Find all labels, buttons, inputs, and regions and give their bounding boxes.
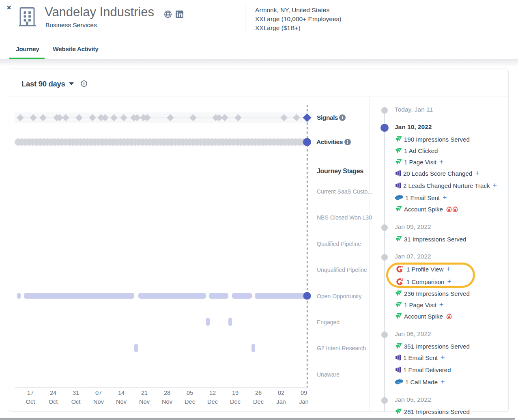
svg-text:Nov: Nov bbox=[116, 398, 127, 405]
svg-text:Dec: Dec bbox=[207, 398, 218, 405]
svg-text:Oct: Oct bbox=[71, 398, 81, 405]
svg-text:12: 12 bbox=[209, 390, 216, 396]
svg-text:Jan: Jan bbox=[299, 398, 308, 405]
svg-text:2: 2 bbox=[401, 278, 403, 282]
svg-text:Dec: Dec bbox=[185, 398, 195, 405]
svg-text:07: 07 bbox=[95, 390, 102, 396]
svg-text:2: 2 bbox=[401, 266, 403, 269]
svg-text:Jan: Jan bbox=[276, 398, 286, 405]
svg-text:21: 21 bbox=[141, 390, 148, 396]
svg-text:Dec: Dec bbox=[230, 398, 241, 405]
svg-text:17: 17 bbox=[27, 390, 34, 396]
svg-text:09: 09 bbox=[301, 390, 307, 396]
svg-text:19: 19 bbox=[232, 390, 239, 396]
svg-text:Nov: Nov bbox=[93, 398, 104, 405]
svg-text:Dec: Dec bbox=[253, 398, 264, 405]
svg-text:Nov: Nov bbox=[162, 398, 173, 405]
svg-text:31: 31 bbox=[73, 390, 79, 396]
svg-text:24: 24 bbox=[50, 390, 56, 396]
svg-text:28: 28 bbox=[164, 390, 170, 396]
svg-text:02: 02 bbox=[278, 390, 284, 396]
svg-text:Oct: Oct bbox=[26, 398, 35, 405]
svg-text:Oct: Oct bbox=[49, 398, 58, 405]
svg-text:05: 05 bbox=[187, 390, 193, 396]
svg-text:Nov: Nov bbox=[139, 398, 150, 405]
svg-text:26: 26 bbox=[255, 390, 262, 396]
svg-text:14: 14 bbox=[118, 390, 125, 396]
